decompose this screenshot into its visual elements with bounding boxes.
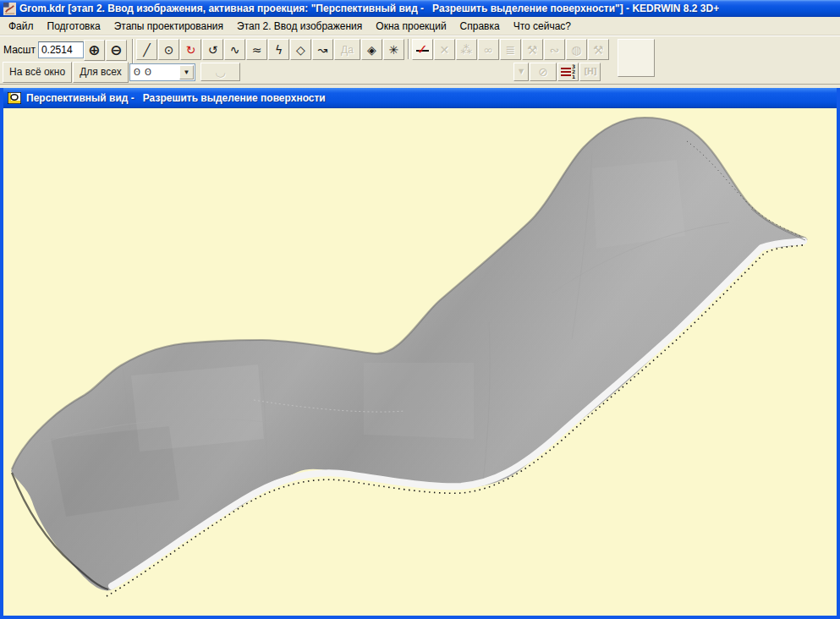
- rotate-points-tool[interactable]: ↺: [202, 39, 223, 60]
- visibility-combo[interactable]: ʘ ʘ ▼: [129, 63, 195, 81]
- toolbar-right-cluster: ▼ ⊘ 3 2 1 [H]: [513, 63, 601, 81]
- projection-window: Перспективный вид - Разрешить выделение …: [0, 88, 840, 619]
- window-title: Grom.kdr [этап 2. Ввод изображения, акти…: [19, 3, 719, 14]
- menu-stage2-image-input[interactable]: Этап 2. Ввод изображения: [232, 19, 367, 34]
- merge-button: [H]: [579, 63, 601, 81]
- projection-window-icon[interactable]: [8, 92, 21, 104]
- circle-points-tool[interactable]: ⊙: [158, 39, 179, 60]
- scale-input[interactable]: [38, 41, 84, 58]
- snap-star-tool[interactable]: ✳: [383, 39, 404, 60]
- visibility-combo-value: ʘ ʘ: [130, 68, 179, 77]
- confirm-da-button: Да: [334, 39, 360, 60]
- projection-caption: Перспективный вид - Разрешить выделение …: [26, 92, 326, 104]
- surface-select-check-tool[interactable]: ✓: [412, 39, 433, 60]
- polyline-nodes-tool[interactable]: ◇: [290, 39, 311, 60]
- build-tools: ⚒: [522, 39, 543, 60]
- scene-3d-view[interactable]: [3, 108, 837, 616]
- closed-eye-button: ◡: [200, 63, 240, 81]
- rope-surface-tool: ∾: [544, 39, 565, 60]
- polyline-tool[interactable]: ϟ: [268, 39, 289, 60]
- eye-off-button: ⊘: [530, 63, 557, 81]
- menu-preparation[interactable]: Подготовка: [42, 19, 106, 34]
- empty-preview-button[interactable]: [618, 39, 655, 77]
- projection-captionbar: Перспективный вид - Разрешить выделение …: [3, 88, 837, 108]
- layers-list-icon: 3 2 1: [561, 64, 575, 79]
- multi-spline-tool[interactable]: ≈: [246, 39, 267, 60]
- menu-design-stages[interactable]: Этапы проектирования: [109, 19, 228, 34]
- toolbar-row2: ʘ ʘ ▼ ◡: [129, 63, 241, 81]
- fit-window-button[interactable]: На всё окно: [3, 62, 72, 83]
- twist-surface-tool: ∞: [478, 39, 499, 60]
- app-icon: [3, 3, 16, 15]
- trim-tool: ✕: [434, 39, 455, 60]
- menu-help[interactable]: Справка: [455, 19, 505, 34]
- knot-tool: ⁂: [456, 39, 477, 60]
- small-hammer-tool: ⚒: [588, 39, 609, 60]
- zoom-out-button[interactable]: ⊖: [106, 40, 127, 61]
- merge-icon: [H]: [584, 68, 596, 76]
- diamond-marker-tool[interactable]: ◈: [361, 39, 382, 60]
- check-icon: ✓: [417, 43, 428, 57]
- freeform-curve-tool[interactable]: ↝: [312, 39, 333, 60]
- layers-list-button[interactable]: 3 2 1: [557, 63, 579, 81]
- window-titlebar: Grom.kdr [этап 2. Ввод изображения, акти…: [0, 0, 840, 17]
- stack-surfaces-tool: ≣: [500, 39, 521, 60]
- combo-dropdown-arrow-icon[interactable]: ▼: [179, 65, 194, 79]
- menu-file[interactable]: Файл: [3, 19, 39, 34]
- cluster-dropdown-arrow-icon: ▼: [513, 63, 529, 81]
- toolbar-separator: [408, 39, 409, 59]
- toolbar: Масшт ⊕ ⊖ На всё окно Для всех ╱ ⊙ ↻ ↺ ∿…: [0, 36, 840, 85]
- perspective-canvas[interactable]: [3, 108, 837, 616]
- hatched-sphere-tool: ◍: [566, 39, 587, 60]
- spline-tool[interactable]: ∿: [224, 39, 245, 60]
- lounge-surface[interactable]: [11, 118, 808, 590]
- menu-whats-now[interactable]: Что сейчас?: [508, 19, 576, 34]
- rotate-points-red-tool[interactable]: ↻: [180, 39, 201, 60]
- menu-projection-windows[interactable]: Окна проекций: [371, 19, 451, 34]
- fit-all-button[interactable]: Для всех: [73, 62, 129, 83]
- line-segment-tool[interactable]: ╱: [136, 39, 157, 60]
- scale-label: Масшт: [3, 44, 36, 56]
- zoom-in-button[interactable]: ⊕: [84, 40, 105, 61]
- menu-bar: Файл Подготовка Этапы проектирования Эта…: [0, 17, 840, 36]
